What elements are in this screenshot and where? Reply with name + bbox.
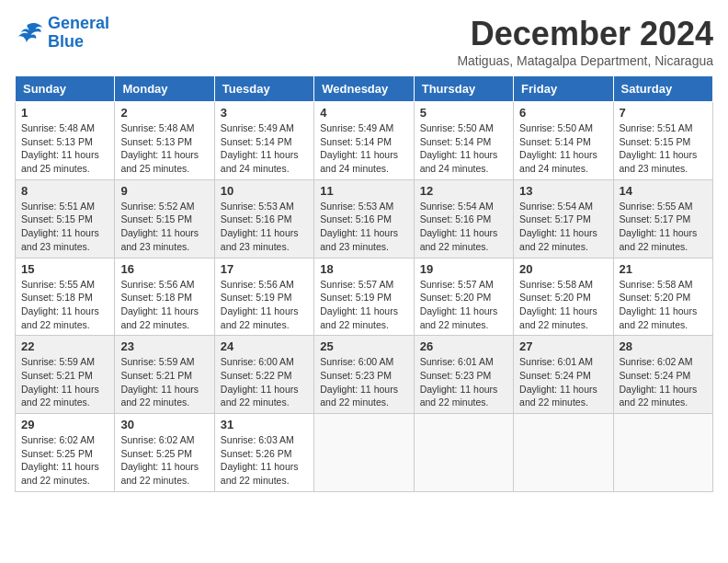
calendar-cell: 13Sunrise: 5:54 AM Sunset: 5:17 PM Dayli…	[514, 179, 613, 258]
day-info: Sunrise: 5:56 AM Sunset: 5:18 PM Dayligh…	[120, 278, 208, 332]
calendar-cell: 25Sunrise: 6:00 AM Sunset: 5:23 PM Dayli…	[314, 336, 414, 414]
day-number: 10	[221, 184, 308, 198]
calendar-cell: 23Sunrise: 5:59 AM Sunset: 5:21 PM Dayli…	[115, 336, 214, 414]
day-number: 14	[620, 184, 707, 198]
day-number: 16	[120, 262, 208, 276]
weekday-header-wednesday: Wednesday	[314, 76, 414, 102]
logo: General Blue	[15, 15, 109, 52]
day-info: Sunrise: 5:55 AM Sunset: 5:18 PM Dayligh…	[21, 278, 108, 332]
calendar-cell: 3Sunrise: 5:49 AM Sunset: 5:14 PM Daylig…	[214, 102, 313, 180]
calendar-table: SundayMondayTuesdayWednesdayThursdayFrid…	[15, 75, 713, 492]
calendar-cell: 20Sunrise: 5:58 AM Sunset: 5:20 PM Dayli…	[514, 258, 613, 336]
calendar-cell: 28Sunrise: 6:02 AM Sunset: 5:24 PM Dayli…	[613, 336, 712, 414]
calendar-cell: 4Sunrise: 5:49 AM Sunset: 5:14 PM Daylig…	[314, 102, 414, 180]
day-number: 9	[120, 184, 208, 198]
day-number: 20	[519, 262, 607, 276]
day-number: 13	[519, 184, 607, 198]
day-info: Sunrise: 5:54 AM Sunset: 5:16 PM Dayligh…	[420, 200, 507, 254]
calendar-cell: 8Sunrise: 5:51 AM Sunset: 5:15 PM Daylig…	[16, 179, 115, 258]
day-number: 18	[320, 262, 407, 276]
day-number: 2	[120, 106, 208, 120]
calendar-week-2: 8Sunrise: 5:51 AM Sunset: 5:15 PM Daylig…	[16, 179, 713, 258]
day-info: Sunrise: 6:02 AM Sunset: 5:25 PM Dayligh…	[120, 433, 208, 488]
day-number: 27	[519, 339, 607, 353]
weekday-header-monday: Monday	[115, 76, 214, 102]
day-info: Sunrise: 5:59 AM Sunset: 5:21 PM Dayligh…	[120, 355, 208, 409]
day-info: Sunrise: 5:57 AM Sunset: 5:19 PM Dayligh…	[320, 278, 407, 332]
day-number: 11	[320, 184, 407, 198]
calendar-cell: 16Sunrise: 5:56 AM Sunset: 5:18 PM Dayli…	[115, 258, 214, 336]
calendar-cell: 18Sunrise: 5:57 AM Sunset: 5:19 PM Dayli…	[314, 258, 414, 336]
calendar-cell: 5Sunrise: 5:50 AM Sunset: 5:14 PM Daylig…	[414, 102, 513, 180]
day-number: 30	[120, 418, 208, 431]
calendar-cell: 27Sunrise: 6:01 AM Sunset: 5:24 PM Dayli…	[514, 336, 613, 414]
calendar-week-1: 1Sunrise: 5:48 AM Sunset: 5:13 PM Daylig…	[16, 102, 713, 180]
calendar-cell: 29Sunrise: 6:02 AM Sunset: 5:25 PM Dayli…	[16, 414, 115, 492]
calendar-cell: 17Sunrise: 5:56 AM Sunset: 5:19 PM Dayli…	[214, 258, 313, 336]
day-info: Sunrise: 5:53 AM Sunset: 5:16 PM Dayligh…	[221, 200, 308, 254]
day-info: Sunrise: 5:49 AM Sunset: 5:14 PM Dayligh…	[221, 121, 308, 176]
page-header: General Blue December 2024 Matiguas, Mat…	[15, 15, 713, 68]
calendar-cell: 26Sunrise: 6:01 AM Sunset: 5:23 PM Dayli…	[414, 336, 513, 414]
day-number: 26	[420, 339, 507, 353]
day-number: 17	[221, 262, 308, 276]
calendar-cell: 21Sunrise: 5:58 AM Sunset: 5:20 PM Dayli…	[613, 258, 712, 336]
month-title: December 2024	[457, 15, 713, 53]
day-number: 22	[21, 339, 108, 353]
day-number: 21	[620, 262, 707, 276]
day-info: Sunrise: 6:00 AM Sunset: 5:23 PM Dayligh…	[320, 355, 407, 409]
day-number: 12	[420, 184, 507, 198]
calendar-cell: 30Sunrise: 6:02 AM Sunset: 5:25 PM Dayli…	[115, 414, 214, 492]
calendar-cell: 2Sunrise: 5:48 AM Sunset: 5:13 PM Daylig…	[115, 102, 214, 180]
day-info: Sunrise: 5:59 AM Sunset: 5:21 PM Dayligh…	[21, 355, 108, 409]
weekday-header-friday: Friday	[514, 76, 613, 102]
logo-line2: Blue	[48, 32, 84, 51]
calendar-cell	[314, 414, 414, 492]
calendar-cell: 24Sunrise: 6:00 AM Sunset: 5:22 PM Dayli…	[214, 336, 313, 414]
day-number: 19	[420, 262, 507, 276]
weekday-header-saturday: Saturday	[613, 76, 712, 102]
day-info: Sunrise: 5:48 AM Sunset: 5:13 PM Dayligh…	[21, 121, 108, 176]
calendar-cell: 7Sunrise: 5:51 AM Sunset: 5:15 PM Daylig…	[613, 102, 712, 180]
calendar-cell: 12Sunrise: 5:54 AM Sunset: 5:16 PM Dayli…	[414, 179, 513, 258]
day-info: Sunrise: 5:49 AM Sunset: 5:14 PM Dayligh…	[320, 121, 407, 176]
day-number: 23	[120, 339, 208, 353]
logo-line1: General	[48, 14, 109, 32]
day-number: 5	[420, 106, 507, 120]
day-number: 15	[21, 262, 108, 276]
day-info: Sunrise: 6:02 AM Sunset: 5:25 PM Dayligh…	[21, 433, 108, 488]
weekday-header-sunday: Sunday	[16, 76, 115, 102]
day-number: 6	[519, 106, 607, 120]
calendar-cell: 19Sunrise: 5:57 AM Sunset: 5:20 PM Dayli…	[414, 258, 513, 336]
calendar-cell: 1Sunrise: 5:48 AM Sunset: 5:13 PM Daylig…	[16, 102, 115, 180]
calendar-week-5: 29Sunrise: 6:02 AM Sunset: 5:25 PM Dayli…	[16, 414, 713, 492]
title-block: December 2024 Matiguas, Matagalpa Depart…	[457, 15, 713, 68]
day-number: 24	[221, 339, 308, 353]
location-subtitle: Matiguas, Matagalpa Department, Nicaragu…	[457, 53, 713, 68]
day-number: 31	[221, 418, 308, 431]
calendar-cell: 6Sunrise: 5:50 AM Sunset: 5:14 PM Daylig…	[514, 102, 613, 180]
calendar-cell: 9Sunrise: 5:52 AM Sunset: 5:15 PM Daylig…	[115, 179, 214, 258]
calendar-cell: 31Sunrise: 6:03 AM Sunset: 5:26 PM Dayli…	[214, 414, 313, 492]
day-info: Sunrise: 6:00 AM Sunset: 5:22 PM Dayligh…	[221, 355, 308, 409]
day-number: 25	[320, 339, 407, 353]
calendar-cell: 15Sunrise: 5:55 AM Sunset: 5:18 PM Dayli…	[16, 258, 115, 336]
day-info: Sunrise: 5:53 AM Sunset: 5:16 PM Dayligh…	[320, 200, 407, 254]
calendar-cell: 14Sunrise: 5:55 AM Sunset: 5:17 PM Dayli…	[613, 179, 712, 258]
day-info: Sunrise: 5:48 AM Sunset: 5:13 PM Dayligh…	[120, 121, 208, 176]
weekday-header-tuesday: Tuesday	[214, 76, 313, 102]
weekday-header-thursday: Thursday	[414, 76, 513, 102]
day-info: Sunrise: 5:51 AM Sunset: 5:15 PM Dayligh…	[620, 121, 707, 176]
day-info: Sunrise: 5:55 AM Sunset: 5:17 PM Dayligh…	[620, 200, 707, 254]
day-info: Sunrise: 5:58 AM Sunset: 5:20 PM Dayligh…	[620, 278, 707, 332]
day-info: Sunrise: 6:02 AM Sunset: 5:24 PM Dayligh…	[620, 355, 707, 409]
day-info: Sunrise: 5:52 AM Sunset: 5:15 PM Dayligh…	[120, 200, 208, 254]
day-info: Sunrise: 5:50 AM Sunset: 5:14 PM Dayligh…	[420, 121, 507, 176]
day-info: Sunrise: 5:51 AM Sunset: 5:15 PM Dayligh…	[21, 200, 108, 254]
day-info: Sunrise: 5:58 AM Sunset: 5:20 PM Dayligh…	[519, 278, 607, 332]
day-info: Sunrise: 6:01 AM Sunset: 5:24 PM Dayligh…	[519, 355, 607, 409]
calendar-cell	[613, 414, 712, 492]
day-info: Sunrise: 6:03 AM Sunset: 5:26 PM Dayligh…	[221, 433, 308, 488]
day-info: Sunrise: 5:56 AM Sunset: 5:19 PM Dayligh…	[221, 278, 308, 332]
day-number: 29	[21, 418, 108, 431]
